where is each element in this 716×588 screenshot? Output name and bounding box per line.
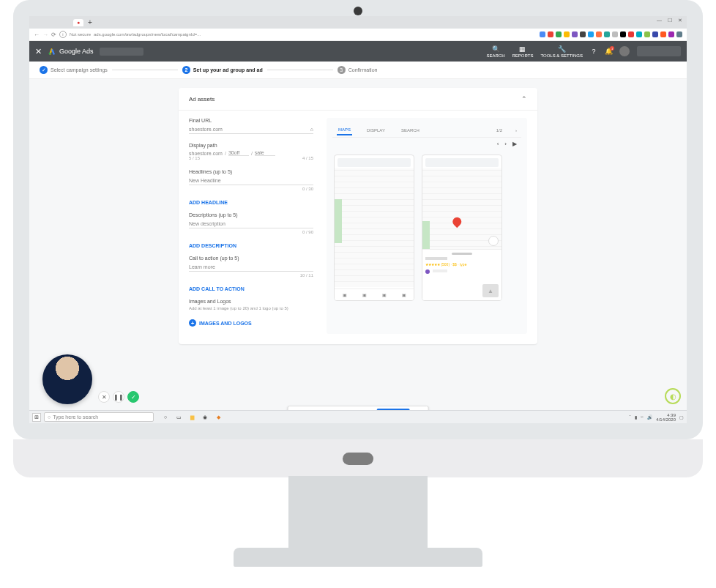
image-placeholder-icon: ▲ [482,284,499,297]
product-name: Google Ads [59,48,94,55]
tray-chevron-icon[interactable]: ˄ [629,414,631,420]
cortana-icon[interactable]: ○ [161,413,170,422]
search-icon: ○ [48,414,51,420]
reports-tool[interactable]: ▦REPORTS [512,45,534,58]
action-center-icon[interactable]: ▢ [679,414,684,420]
back-icon[interactable]: ← [34,31,40,38]
browser-tabstrip: ● + — ☐ ✕ [29,16,687,29]
reload-icon[interactable]: ⟳ [51,31,56,38]
phone-bottom-nav: ▣▣▣▣ [335,289,414,300]
account-tail [637,46,681,56]
step-setup-ad-group[interactable]: 2Set up your ad group and ad [182,66,263,74]
step-select-settings[interactable]: ✓Select campaign settings [40,66,108,74]
path-1-input[interactable]: 30off [228,150,249,156]
lock-icon: ⌂ [310,127,313,132]
taskbar-search[interactable]: ○ Type here to search [44,412,154,422]
task-view-icon[interactable]: ▭ [174,413,183,422]
images-logos-field: Images and Logos Add at least 1 image (u… [189,299,313,310]
description-input[interactable]: New description [189,220,313,228]
card-header[interactable]: Ad assets ⌃ [179,88,537,111]
browser-tab[interactable]: ● [73,19,83,26]
add-description-button[interactable]: ADD DESCRIPTION [189,243,313,248]
final-url-label: Final URL [189,118,313,123]
park-block [422,221,430,250]
presenter-cam-bubble[interactable] [42,354,92,404]
ad-assets-card: Ad assets ⌃ Final URL shoestore.com ⌂ [179,88,537,344]
cta-input[interactable]: Learn more [189,263,313,272]
preview-phone-pin: ★★★★★ (500) · $$ · type ▲ [422,155,502,301]
tools-settings-tool[interactable]: 🔧TOOLS & SETTINGS [540,45,583,58]
forward-icon[interactable]: → [42,31,48,38]
windows-taskbar: ⊞ ○ Type here to search ○ ▭ ▆ ◉ ◆ ˄ ▮ ⌔ … [29,410,687,423]
prev-slide-button[interactable]: ‹ [497,141,499,147]
start-button[interactable]: ⊞ [32,413,41,422]
preview-phone-list: ▣▣▣▣ [334,155,414,301]
place-card-overlay: ★★★★★ (500) · $$ · type ▲ [422,249,501,300]
bell-icon[interactable]: 🔔1 [605,48,612,55]
monitor-chin [13,439,703,477]
page-body: Ad assets ⌃ Final URL shoestore.com ⌂ [29,79,687,423]
url-field[interactable]: ads.google.com/aw/adgroups/new/local/cam… [94,32,343,37]
display-path-field: Display path shoestore.com/ 30off/ sale … [189,143,313,160]
campaign-stepper: ✓Select campaign settings 2Set up your a… [29,62,687,79]
cancel-record-button[interactable]: ✕ [98,391,110,403]
monitor-button [343,453,373,465]
add-headline-button[interactable]: ADD HEADLINE [189,200,313,205]
wrench-icon: 🔧 [558,45,565,53]
screen: ● + — ☐ ✕ ← → ⟳ i Not secure ads.google.… [29,16,687,423]
tab-display[interactable]: DISPLAY [365,126,387,135]
app-icon[interactable]: ◆ [214,413,223,422]
clock-date[interactable]: 4/14/2020 [656,417,676,422]
wifi-icon[interactable]: ⌔ [641,415,644,420]
chevron-right-icon[interactable]: › [515,128,517,133]
new-tab-button[interactable]: + [86,19,94,26]
window-minimize[interactable]: — [657,18,662,23]
chrome-icon[interactable]: ◉ [201,413,209,422]
volume-icon[interactable]: 🔊 [647,414,652,420]
security-label: Not secure [70,32,91,37]
final-url-field: Final URL shoestore.com ⌂ [189,118,313,134]
chevron-up-icon[interactable]: ⌃ [521,95,527,103]
recording-controls: ✕ ❚❚ ✓ [98,391,139,403]
not-secure-icon[interactable]: i [59,31,67,38]
notification-badge: 1 [610,46,614,51]
monitor-stand-neck [288,476,428,557]
search-icon: 🔍 [492,45,499,53]
final-url-input[interactable]: shoestore.com ⌂ [189,125,313,134]
battery-icon[interactable]: ▮ [635,414,637,420]
add-images-logos-button[interactable]: IMAGES AND LOGOS [189,319,313,327]
headline-input[interactable]: New Headline [189,176,313,185]
browser-addressbar: ← → ⟳ i Not secure ads.google.com/aw/adg… [29,29,687,41]
form-column: Final URL shoestore.com ⌂ Display path s… [189,118,313,334]
finish-record-button[interactable]: ✓ [127,391,139,403]
cta-field: Call to action (up to 5) Learn more 10 /… [189,256,313,278]
avatar[interactable] [619,46,630,56]
path-2-input[interactable]: sale [255,150,275,156]
descriptions-field: Descriptions (up to 5) New description 0… [189,212,313,234]
reports-icon: ▦ [519,45,526,53]
window-close[interactable]: ✕ [678,18,682,23]
google-ads-logo[interactable]: Google Ads [48,47,94,56]
next-slide-button[interactable]: › [504,141,507,147]
search-tool[interactable]: 🔍SEARCH [487,45,505,58]
tab-maps[interactable]: MAPS [337,125,352,135]
step-confirmation: 3Confirmation [338,66,378,74]
tab-search[interactable]: SEARCH [400,126,421,135]
play-icon[interactable]: ▶ [512,141,517,147]
preview-count: 1/2 [496,128,502,133]
account-name-chip[interactable] [100,48,143,56]
phone-searchbar [338,158,411,167]
file-explorer-icon[interactable]: ▆ [187,413,196,422]
google-ads-header: ✕ Google Ads 🔍SEARCH ▦REPORTS 🔧TOOLS & S… [29,41,687,62]
extension-icons [540,31,682,37]
add-cta-button[interactable]: ADD CALL TO ACTION [189,286,313,291]
check-icon: ✓ [40,66,48,74]
ad-preview-panel: MAPS DISPLAY SEARCH 1/2 › ‹ › ▶ [327,118,527,334]
pause-record-button[interactable]: ❚❚ [113,391,124,403]
park-block [335,199,342,243]
star-rating: ★★★★★ (500) · $$ · type [425,262,499,267]
close-icon[interactable]: ✕ [35,47,42,56]
step-3-dot: 3 [338,66,346,74]
help-icon[interactable]: ? [590,48,597,55]
window-maximize[interactable]: ☐ [668,18,672,23]
